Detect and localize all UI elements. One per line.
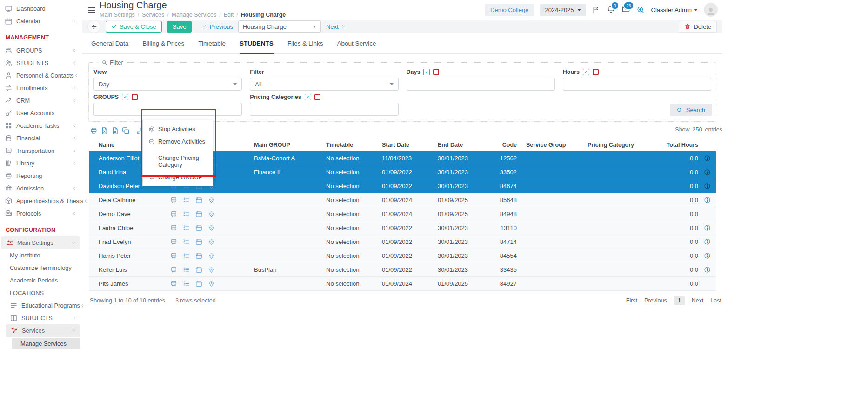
bulk-menu-item[interactable]: Stop Activities xyxy=(143,123,213,135)
sidebar-item[interactable]: Library xyxy=(0,157,81,170)
tab[interactable]: Timetable xyxy=(198,40,226,54)
table-row[interactable]: Frad Evelyn No selection 01/09/2022 30/0… xyxy=(89,235,716,249)
sidebar-item[interactable]: Customize Terminology xyxy=(0,262,81,274)
map-pin-icon[interactable] xyxy=(208,210,215,217)
bus-icon[interactable] xyxy=(170,252,177,259)
bus-icon[interactable] xyxy=(170,266,177,273)
previous-button[interactable]: Previous xyxy=(202,23,233,30)
exclude-square-icon[interactable] xyxy=(132,94,138,100)
sidebar-item[interactable]: STUDENTS xyxy=(0,57,81,69)
table-row[interactable]: Pits James No selection 01/09/2024 01/09… xyxy=(89,277,716,291)
calendar-icon[interactable] xyxy=(195,266,202,273)
sidebar-item[interactable]: Admission xyxy=(0,182,81,195)
sidebar-item[interactable]: Manage Services xyxy=(12,338,80,349)
record-selector[interactable]: Housing Charge xyxy=(238,20,321,33)
calendar-icon[interactable] xyxy=(195,224,202,231)
sidebar-item[interactable]: My Institute xyxy=(0,249,81,262)
table-row[interactable]: Keller Luis BusPlan No selection 01/09/2… xyxy=(89,263,716,277)
bulk-menu-item[interactable]: Remove Activities xyxy=(143,135,213,148)
sidebar-item[interactable]: LOCATIONS xyxy=(0,287,81,299)
column-header-start-date[interactable]: Start Date xyxy=(377,142,433,148)
calendar-icon[interactable] xyxy=(195,280,202,287)
check-square-icon[interactable]: ✓ xyxy=(122,94,128,100)
bulk-menu-item[interactable]: Change Pricing Category xyxy=(143,150,213,171)
checklist-icon[interactable] xyxy=(183,210,190,217)
sidebar-item[interactable]: Academic Periods xyxy=(0,274,81,287)
pagination-page-1[interactable]: 1 xyxy=(674,296,685,305)
sidebar-item[interactable]: Protocols xyxy=(0,207,81,220)
next-button[interactable]: Next xyxy=(326,23,346,30)
search-button[interactable]: Search xyxy=(670,104,712,116)
pagination-last[interactable]: Last xyxy=(710,297,721,304)
info-icon[interactable] xyxy=(704,238,711,245)
map-pin-icon[interactable] xyxy=(208,224,215,231)
back-button[interactable] xyxy=(87,20,100,33)
sidebar-item[interactable]: User Accounts xyxy=(0,107,81,119)
column-header-total-hours[interactable]: Total Hours xyxy=(663,142,698,148)
pagination-next[interactable]: Next xyxy=(692,297,704,304)
check-square-icon[interactable]: ✓ xyxy=(583,69,589,75)
exclude-square-icon[interactable] xyxy=(314,94,320,100)
column-header-timetable[interactable]: Timetable xyxy=(321,142,377,148)
copy-icon[interactable] xyxy=(122,127,130,135)
tab[interactable]: General Data xyxy=(91,40,128,54)
column-header-code[interactable]: Code xyxy=(489,142,517,148)
hours-input[interactable] xyxy=(563,78,711,91)
days-input[interactable] xyxy=(407,78,555,91)
academic-year-selector[interactable]: 2024-2025 xyxy=(540,4,585,16)
avatar[interactable] xyxy=(704,3,718,17)
exclude-square-icon[interactable] xyxy=(433,69,439,75)
table-row[interactable]: Demo Dave No selection 01/09/2024 01/09/… xyxy=(89,207,716,221)
check-square-icon[interactable]: ✓ xyxy=(305,94,311,100)
column-header-service-group[interactable]: Service Group xyxy=(517,142,582,148)
sidebar-item[interactable]: Services xyxy=(6,324,80,337)
save-and-close-button[interactable]: Save & Close xyxy=(106,21,162,33)
breadcrumb-item[interactable]: Edit xyxy=(224,12,234,18)
calendar-icon[interactable] xyxy=(195,252,202,259)
notifications-button[interactable]: 0 xyxy=(607,5,615,15)
calendar-icon[interactable] xyxy=(195,197,202,204)
sidebar-item[interactable]: Academic Tasks xyxy=(0,119,81,132)
breadcrumb-item[interactable]: Manage Services xyxy=(172,12,217,18)
pagination-previous[interactable]: Previous xyxy=(644,297,667,304)
exclude-square-icon[interactable] xyxy=(593,69,599,75)
filter-select[interactable]: All xyxy=(250,78,398,91)
institution-button[interactable]: Demo College xyxy=(485,4,534,16)
sidebar-item[interactable]: Personnel & Contacts xyxy=(0,69,81,82)
zoom-in-icon[interactable] xyxy=(636,6,645,14)
table-row[interactable]: Deja Cathrine No selection 01/09/2024 01… xyxy=(89,193,716,207)
delete-button[interactable]: Delete xyxy=(679,21,717,33)
flag-icon[interactable] xyxy=(592,6,601,14)
sidebar-item[interactable]: Apprenticeships & Thesis xyxy=(0,195,81,207)
map-pin-icon[interactable] xyxy=(208,197,215,204)
groups-input[interactable] xyxy=(93,103,242,116)
checklist-icon[interactable] xyxy=(183,266,190,273)
file-word-icon[interactable] xyxy=(111,127,119,135)
sidebar-item[interactable]: Calendar xyxy=(0,15,81,27)
info-icon[interactable] xyxy=(704,252,711,259)
sidebar-item[interactable]: Main Settings xyxy=(1,236,80,249)
map-pin-icon[interactable] xyxy=(208,252,215,259)
table-row[interactable]: Faidra Chloe No selection 01/09/2022 30/… xyxy=(89,221,716,235)
checklist-icon[interactable] xyxy=(183,280,190,287)
tab[interactable]: Files & Links xyxy=(287,40,323,54)
column-header-end-date[interactable]: End Date xyxy=(433,142,489,148)
bus-icon[interactable] xyxy=(170,197,177,204)
info-icon[interactable] xyxy=(704,183,711,190)
map-pin-icon[interactable] xyxy=(208,266,215,273)
checklist-icon[interactable] xyxy=(183,197,190,204)
check-square-icon[interactable]: ✓ xyxy=(423,69,430,75)
user-menu[interactable]: Classter Admin xyxy=(651,7,698,13)
view-select[interactable]: Day xyxy=(93,78,242,91)
bulk-menu-item[interactable]: Change GROUP xyxy=(143,171,213,184)
bus-icon[interactable] xyxy=(170,280,177,287)
sidebar-item[interactable]: Transportation xyxy=(0,144,81,157)
tab[interactable]: Billing & Prices xyxy=(142,40,184,54)
info-icon[interactable] xyxy=(704,197,711,204)
sidebar-item[interactable]: SUBJECTS xyxy=(0,312,81,324)
checklist-icon[interactable] xyxy=(183,252,190,259)
calendar-icon[interactable] xyxy=(195,238,202,245)
messages-button[interactable]: 25 xyxy=(621,5,630,15)
bus-icon[interactable] xyxy=(170,210,177,217)
info-icon[interactable] xyxy=(704,155,711,162)
